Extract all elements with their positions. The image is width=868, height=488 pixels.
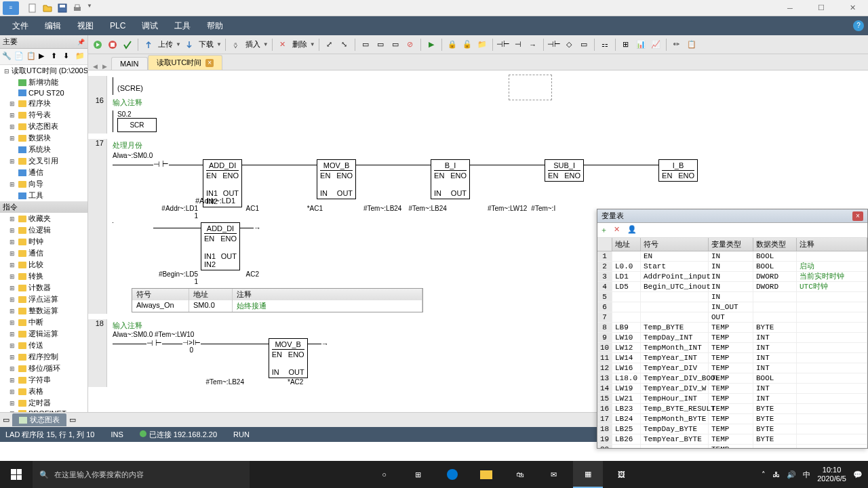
edge-icon[interactable] xyxy=(437,461,467,488)
variable-table-window[interactable]: 变量表 × ＋ ✕ 👤 地址 符号 变量类型 数据类型 注释 1ENINBOOL… xyxy=(597,209,868,449)
maximize-button[interactable]: ☐ xyxy=(806,0,837,16)
network-comment[interactable]: 输入注释 xyxy=(113,321,142,329)
variable-row[interactable]: 8LB9Temp_BYTETEMPBYTE xyxy=(597,323,867,333)
save-icon[interactable] xyxy=(57,3,68,14)
tree-node[interactable]: ⊞转换 xyxy=(0,270,87,282)
status-chart-tab[interactable]: 状态图表 xyxy=(12,413,66,426)
tree-node[interactable]: ⊞交叉引用 xyxy=(0,155,87,167)
var-delete-icon[interactable]: ✕ xyxy=(614,225,625,236)
tree-node[interactable]: ⊞计数器 xyxy=(0,282,87,293)
upload-icon[interactable] xyxy=(142,38,155,52)
toolbar-dropdown-icon[interactable]: ▼ xyxy=(87,3,92,14)
tree-node[interactable]: ⊞浮点运算 xyxy=(0,293,87,305)
variable-table-titlebar[interactable]: 变量表 × xyxy=(597,209,867,223)
toolbar-icon[interactable]: ⚏ xyxy=(598,38,612,52)
app-task-icon[interactable]: ▦ xyxy=(573,461,603,488)
delete-label[interactable]: 删除 xyxy=(291,39,309,49)
variable-row[interactable]: 17LB24TempMonth_BYTETEMPBYTE xyxy=(597,414,867,424)
stop-button[interactable] xyxy=(106,38,119,52)
variable-row[interactable]: 19LB26TempYear_BYTETEMPBYTE xyxy=(597,434,867,445)
variable-row[interactable]: 13L18.0TempYear_DIV_BOOLTEMPBOOL xyxy=(597,373,867,384)
tree-tool-icon[interactable]: 📋 xyxy=(26,52,37,62)
project-tree[interactable]: ⊟读取UTC时间 (D:\200SM 新增功能 CPU ST20 ⊞程序块 ⊞符… xyxy=(0,65,87,412)
menu-tools[interactable]: 工具 xyxy=(166,18,199,35)
toolbar-icon[interactable]: ⊞ xyxy=(619,38,633,52)
new-file-icon[interactable] xyxy=(27,3,38,14)
variable-row[interactable]: 16LB23Temp_BYTE_RESULTTEMPBYTE xyxy=(597,404,867,414)
tree-node[interactable]: 系统块 xyxy=(0,144,87,155)
toolbar-icon[interactable]: ⊣⊢ xyxy=(547,38,561,52)
cortana-icon[interactable]: ○ xyxy=(370,461,399,488)
variable-row[interactable]: 20TEMP xyxy=(597,445,867,448)
toolbar-icon[interactable]: ⊣⊢ xyxy=(496,38,510,52)
tree-project-root[interactable]: ⊟读取UTC时间 (D:\200SM xyxy=(0,65,87,77)
help-icon[interactable]: ? xyxy=(853,20,864,31)
open-icon[interactable] xyxy=(42,3,53,14)
toolbar-icon[interactable]: 📈 xyxy=(649,38,663,52)
menu-file[interactable]: 文件 xyxy=(4,18,37,35)
variable-row[interactable]: 10LW12TempMonth_INTTEMPINT xyxy=(597,343,867,353)
var-add-icon[interactable]: ＋ xyxy=(600,225,611,236)
tree-node[interactable]: ⊞程序控制 xyxy=(0,351,87,363)
variable-row[interactable]: 9LW10TempDay_INTTEMPINT xyxy=(597,333,867,343)
toolbar-icon[interactable]: ⤢ xyxy=(323,38,336,52)
tree-tool-icon[interactable]: 📄 xyxy=(14,52,24,62)
tree-tool-icon[interactable]: 📁 xyxy=(75,52,85,62)
windows-search[interactable]: 🔍 在这里输入你要搜索的内容 xyxy=(33,461,250,488)
tab-scroll-left-icon[interactable]: ◀ xyxy=(91,63,99,70)
variable-row[interactable]: 15LW21TempHour_INTTEMPINT xyxy=(597,394,867,404)
tree-node[interactable]: ⊞程序块 xyxy=(0,98,87,109)
delete-icon[interactable]: ✕ xyxy=(276,38,290,52)
print-icon[interactable] xyxy=(72,3,83,14)
toolbar-icon[interactable]: → xyxy=(526,38,540,52)
system-tray[interactable]: ˄ 🖧 🔊 中 10:10 2020/6/5 💬 xyxy=(756,466,868,483)
tree-node[interactable]: ⊞整数运算 xyxy=(0,305,87,317)
toolbar-icon[interactable]: ▶ xyxy=(425,38,438,52)
tree-node[interactable]: ⊞通信 xyxy=(0,247,87,259)
tree-node[interactable]: ⊞移位/循环 xyxy=(0,363,87,374)
tray-up-icon[interactable]: ˄ xyxy=(762,470,766,479)
menu-debug[interactable]: 调试 xyxy=(134,18,166,35)
variable-row[interactable]: 3LD1AddrPoint_inputINDWORD当前实时时钟 xyxy=(597,272,867,282)
variable-row[interactable]: 6IN_OUT xyxy=(597,302,867,312)
toolbar-icon[interactable]: 📁 xyxy=(475,38,489,52)
download-icon[interactable] xyxy=(182,38,196,52)
compile-button[interactable] xyxy=(121,38,134,52)
tree-tool-icon[interactable]: ⬆ xyxy=(51,52,61,62)
menu-view[interactable]: 视图 xyxy=(69,18,102,35)
tab-main[interactable]: MAIN xyxy=(111,57,148,70)
upload-label[interactable]: 上传 xyxy=(157,39,174,49)
var-tool-icon[interactable]: 👤 xyxy=(627,225,638,236)
tab-read-utc[interactable]: 读取UTC时间× xyxy=(148,55,223,70)
variable-table-close-icon[interactable]: × xyxy=(852,211,863,221)
taskbar-clock[interactable]: 10:10 2020/6/5 xyxy=(817,466,846,483)
network-comment[interactable]: 输入注释 xyxy=(113,98,142,106)
tab-close-icon[interactable]: × xyxy=(205,59,214,67)
tree-node[interactable]: CPU ST20 xyxy=(0,88,87,98)
tree-node[interactable]: ⊞表格 xyxy=(0,386,87,397)
toolbar-icon[interactable]: ⤡ xyxy=(338,38,351,52)
insert-icon[interactable]: ⎀ xyxy=(229,38,243,52)
toolbar-icon[interactable]: ⊘ xyxy=(403,38,417,52)
toolbar-icon[interactable]: ▭ xyxy=(374,38,387,52)
variable-row[interactable]: 14LW19TempYear_DIV_WTEMPINT xyxy=(597,384,867,394)
variable-row[interactable]: 4LD5Begin_UTC_inoutINDWORDUTC时钟 xyxy=(597,282,867,292)
toolbar-icon[interactable]: 🔓 xyxy=(460,38,474,52)
run-button[interactable] xyxy=(91,38,104,52)
tree-node[interactable]: ⊞向导 xyxy=(0,178,87,190)
menu-edit[interactable]: 编辑 xyxy=(37,18,69,35)
tree-node[interactable]: ⊞PROFINET xyxy=(0,409,87,412)
tree-node[interactable]: 新增功能 xyxy=(0,77,87,88)
tree-tool-icon[interactable]: ▶ xyxy=(39,52,49,62)
notifications-icon[interactable]: 💬 xyxy=(853,470,863,479)
network-comment[interactable]: 处理月份 xyxy=(113,141,142,149)
variable-row[interactable]: 11LW14TempYear_INTTEMPINT xyxy=(597,353,867,363)
variable-row[interactable]: 2L0.0StartINBOOL启动 xyxy=(597,262,867,272)
menu-help[interactable]: 帮助 xyxy=(199,18,231,35)
tree-node[interactable]: ⊞字符串 xyxy=(0,374,87,386)
tree-node[interactable]: ⊞状态图表 xyxy=(0,121,87,132)
variable-row[interactable]: 18LB25TempDay_BYTETEMPBYTE xyxy=(597,424,867,434)
tree-node[interactable]: 通信 xyxy=(0,167,87,178)
menu-plc[interactable]: PLC xyxy=(102,18,134,33)
store-icon[interactable]: 🛍 xyxy=(505,461,535,488)
